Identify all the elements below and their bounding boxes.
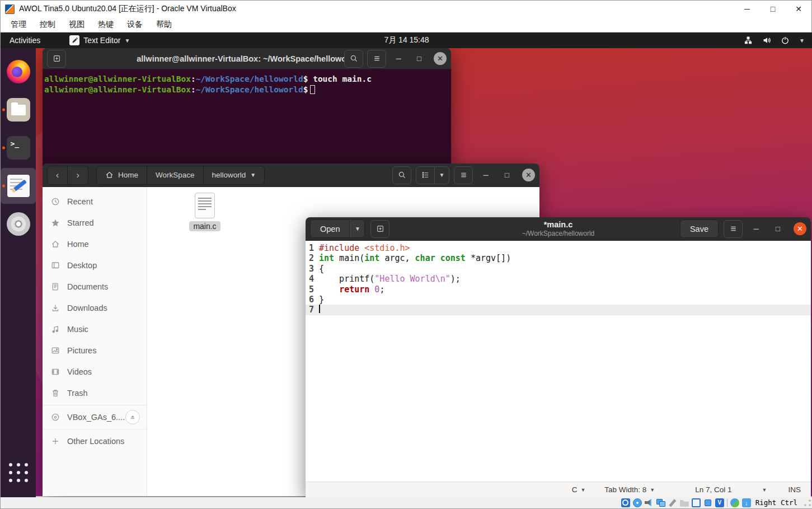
hdd-icon[interactable] xyxy=(621,498,630,507)
code-line-5[interactable]: 5 return 0; xyxy=(306,284,811,295)
dock-item-firefox[interactable] xyxy=(1,54,36,90)
volume-icon[interactable] xyxy=(762,36,771,45)
code-line-3[interactable]: 3{ xyxy=(306,264,811,274)
sidebar-item-recent[interactable]: Recent xyxy=(43,191,147,212)
sidebar-item-documents[interactable]: Documents xyxy=(43,276,147,297)
cursor-position[interactable]: Ln 7, Col 1 xyxy=(695,485,731,494)
language-selector[interactable]: C▼ xyxy=(572,485,586,494)
host-close-button[interactable]: ✕ xyxy=(786,1,811,17)
sidebar-item-vbox-gas[interactable]: VBox_GAs_6.... xyxy=(43,407,147,428)
terminal-maximize-button[interactable]: □ xyxy=(411,50,428,67)
dock-item-terminal[interactable]: >_ xyxy=(1,130,36,166)
host-menu-item[interactable]: 设备 xyxy=(120,17,149,32)
chevron-down-icon[interactable]: ▼ xyxy=(799,38,805,44)
sidebar-item-pictures[interactable]: Pictures xyxy=(43,340,147,361)
breadcrumb-home[interactable]: Home xyxy=(96,166,147,185)
terminal-close-button[interactable]: ✕ xyxy=(434,52,447,65)
sidebar-item-music[interactable]: Music xyxy=(43,319,147,340)
eject-button[interactable] xyxy=(125,410,140,424)
files-minimize-button[interactable]: ─ xyxy=(477,167,494,184)
network-icon[interactable] xyxy=(656,498,665,507)
save-button[interactable]: Save xyxy=(680,220,719,238)
keyboard-icon[interactable]: ↓ xyxy=(742,498,751,507)
host-menu-item[interactable]: 控制 xyxy=(33,17,62,32)
text-file-icon xyxy=(195,193,215,218)
code-line-6[interactable]: 6} xyxy=(306,295,811,305)
shared-icon[interactable] xyxy=(680,498,689,507)
dock-item-disc[interactable] xyxy=(1,206,36,242)
search-icon[interactable] xyxy=(344,50,363,68)
line-number: 3 xyxy=(306,264,319,274)
goto-line-button[interactable]: ▼ xyxy=(759,487,767,493)
editor-maximize-button[interactable]: □ xyxy=(769,221,786,237)
terminal-minimize-button[interactable]: ─ xyxy=(390,50,407,67)
new-document-button[interactable] xyxy=(370,220,389,238)
host-menu-item[interactable]: 视图 xyxy=(62,17,91,32)
app-grid-icon xyxy=(9,463,28,482)
features-icon[interactable]: V xyxy=(715,498,724,507)
mouse-icon[interactable] xyxy=(730,498,739,507)
network-tree-icon[interactable] xyxy=(744,36,753,45)
chevron-down-icon: ▼ xyxy=(124,38,130,44)
show-applications-button[interactable] xyxy=(1,455,36,491)
list-view-icon[interactable] xyxy=(416,166,435,184)
code-line-4[interactable]: 4 printf("Hello World\n"); xyxy=(306,274,811,284)
files-maximize-button[interactable]: □ xyxy=(499,167,515,184)
editor-headerbar[interactable]: Open ▼ *main.c ~/WorkSpace/helloworld Sa… xyxy=(306,217,811,241)
host-menu-item[interactable]: 热键 xyxy=(91,17,120,32)
dock-item-text-editor[interactable] xyxy=(1,168,36,204)
firefox-icon xyxy=(7,60,30,83)
sidebar-item-home[interactable]: Home xyxy=(43,234,147,255)
code-line-7[interactable]: 7 xyxy=(306,305,811,315)
editor-close-button[interactable]: ✕ xyxy=(794,222,806,235)
host-maximize-button[interactable]: □ xyxy=(760,1,786,17)
sidebar-item-other-locations[interactable]: Other Locations xyxy=(43,431,147,452)
open-button[interactable]: Open xyxy=(310,220,350,238)
editor-minimize-button[interactable]: ─ xyxy=(748,221,764,237)
host-menu-item[interactable]: 管理 xyxy=(4,17,33,32)
dock-item-files[interactable] xyxy=(1,92,36,128)
resize-grip[interactable] xyxy=(804,499,811,507)
code-editor-area[interactable]: 1#include <stdio.h>2int main(int argc, c… xyxy=(306,241,811,482)
sidebar-item-label: Videos xyxy=(67,367,92,376)
file-main-c[interactable]: main.c xyxy=(180,193,230,231)
clock[interactable]: 7月 14 15:48 xyxy=(384,32,429,48)
terminal-headerbar[interactable]: allwinner@allwinner-VirtualBox: ~/WorkSp… xyxy=(43,48,451,69)
display-icon[interactable] xyxy=(692,498,701,507)
menu-icon[interactable] xyxy=(367,50,386,68)
activities-button[interactable]: Activities xyxy=(1,32,49,48)
host-window-title: AWOL Tina5.0 Ubuntu20.04 [正在运行] - Oracle… xyxy=(19,4,236,14)
menu-icon[interactable] xyxy=(454,166,473,184)
sidebar-item-trash[interactable]: Trash xyxy=(43,382,147,404)
recording-icon[interactable] xyxy=(703,498,712,507)
sidebar-item-downloads[interactable]: Downloads xyxy=(43,297,147,319)
files-close-button[interactable]: ✕ xyxy=(522,169,535,181)
open-options-button[interactable]: ▼ xyxy=(350,220,365,238)
new-tab-button[interactable] xyxy=(47,50,66,68)
sidebar-item-starred[interactable]: Starred xyxy=(43,212,147,234)
power-icon[interactable] xyxy=(781,36,790,45)
video-icon xyxy=(51,367,60,376)
files-headerbar[interactable]: ‹ › Home WorkSpace helloworld▼ ▼ xyxy=(43,164,539,187)
terminal-output[interactable]: allwinner@allwinner-VirtualBox:~/WorkSpa… xyxy=(43,69,451,99)
sidebar-item-videos[interactable]: Videos xyxy=(43,361,147,382)
view-options-button[interactable]: ▼ xyxy=(435,166,449,184)
tab-width-selector[interactable]: Tab Width: 8▼ xyxy=(604,485,655,494)
host-minimize-button[interactable]: ─ xyxy=(734,1,760,17)
audio-icon[interactable] xyxy=(645,498,654,507)
optical-icon[interactable] xyxy=(633,498,642,507)
code-line-1[interactable]: 1#include <stdio.h> xyxy=(306,243,811,253)
forward-button[interactable]: › xyxy=(68,166,88,185)
back-button[interactable]: ‹ xyxy=(47,166,68,185)
breadcrumb-helloworld[interactable]: helloworld▼ xyxy=(204,166,265,185)
breadcrumb-workspace[interactable]: WorkSpace xyxy=(147,166,204,185)
search-icon[interactable] xyxy=(392,166,411,184)
menu-icon[interactable] xyxy=(724,220,743,238)
app-menu-button[interactable]: Text Editor ▼ xyxy=(64,35,135,45)
sidebar-item-label: Home xyxy=(67,240,89,249)
sidebar-item-desktop[interactable]: Desktop xyxy=(43,255,147,276)
host-menu-item[interactable]: 帮助 xyxy=(149,17,179,32)
code-line-2[interactable]: 2int main(int argc, char const *argv[]) xyxy=(306,253,811,263)
chevron-down-icon: ▼ xyxy=(762,487,767,493)
usb-icon[interactable] xyxy=(668,498,677,507)
